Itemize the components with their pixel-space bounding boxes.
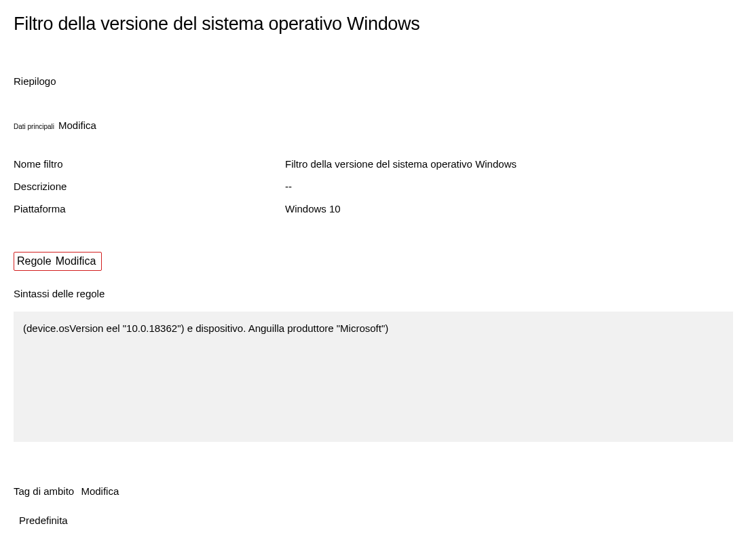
- filter-name-value: Filtro della versione del sistema operat…: [285, 158, 734, 171]
- scope-tags-edit-link[interactable]: Modifica: [81, 485, 119, 497]
- filter-name-label: Nome filtro: [14, 158, 285, 171]
- scope-tags-row: Tag di ambito Modifica: [14, 485, 734, 497]
- description-label: Descrizione: [14, 181, 285, 193]
- rules-label: Regole: [17, 255, 52, 267]
- main-data-row: Dati principali Modifica: [14, 119, 734, 131]
- rules-syntax-value: (device.osVersion eel "10.0.18362") e di…: [23, 322, 388, 334]
- field-platform: Piattaforma Windows 10: [14, 203, 734, 216]
- field-description: Descrizione --: [14, 181, 734, 193]
- description-value: --: [285, 181, 734, 193]
- rules-syntax-box: (device.osVersion eel "10.0.18362") e di…: [14, 312, 733, 442]
- field-filter-name: Nome filtro Filtro della versione del si…: [14, 158, 734, 171]
- main-data-label: Dati principali: [14, 123, 54, 130]
- platform-value: Windows 10: [285, 203, 734, 216]
- main-data-edit-link[interactable]: Modifica: [58, 119, 96, 131]
- page-title: Filtro della versione del sistema operat…: [14, 14, 734, 35]
- scope-tags-value: Predefinita: [14, 515, 734, 526]
- summary-heading: Riepilogo: [14, 75, 734, 87]
- platform-label: Piattaforma: [14, 203, 285, 216]
- rules-header: Regole Modifica: [14, 252, 102, 271]
- rules-syntax-label: Sintassi delle regole: [14, 288, 734, 299]
- rules-edit-link[interactable]: Modifica: [56, 255, 96, 267]
- scope-tags-label: Tag di ambito: [14, 485, 74, 497]
